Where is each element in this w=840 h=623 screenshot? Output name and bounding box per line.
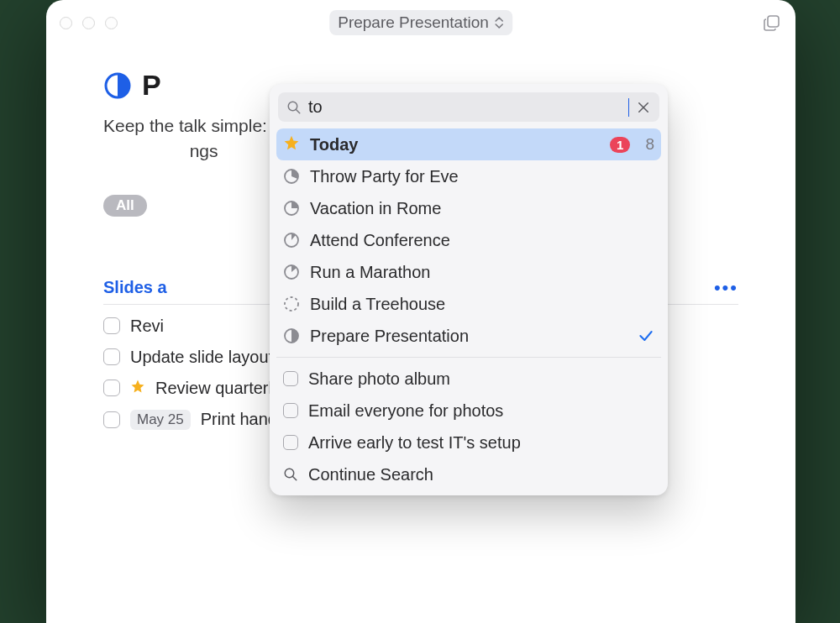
search-icon: [283, 467, 298, 482]
project-half-icon: [283, 327, 300, 344]
section-more-button[interactable]: •••: [714, 277, 738, 299]
app-window: Prepare Presentation P Keep the talk sim…: [46, 0, 795, 623]
project-pie-icon: [283, 264, 300, 280]
panel-item-label: Arrive early to test IT's setup: [308, 433, 521, 453]
panel-item[interactable]: Email everyone for photos: [276, 395, 661, 427]
panel-divider: [276, 357, 661, 358]
project-icon: [103, 71, 132, 100]
panel-item[interactable]: Prepare Presentation: [276, 320, 661, 352]
panel-item[interactable]: Arrive early to test IT's setup: [276, 427, 661, 458]
todo-icon: [283, 371, 298, 386]
panel-count: 8: [645, 135, 654, 154]
panel-item-label: Continue Search: [308, 465, 433, 484]
project-pie-icon: [283, 168, 300, 185]
todo-icon: [283, 403, 298, 418]
project-pie-icon: [283, 200, 300, 217]
svg-rect-0: [768, 16, 779, 27]
panel-item[interactable]: Attend Conference: [276, 224, 661, 256]
todo-icon: [283, 435, 298, 450]
panel-item-label: Prepare Presentation: [310, 327, 469, 346]
text-caret: [628, 98, 630, 117]
project-pie-icon: [283, 232, 300, 249]
window-title-selector[interactable]: Prepare Presentation: [329, 10, 512, 35]
close-window-icon[interactable]: [60, 17, 72, 29]
task-date-chip: May 25: [130, 410, 191, 430]
task-checkbox[interactable]: [103, 348, 120, 365]
task-checkbox[interactable]: [103, 317, 120, 334]
panel-item-label: Attend Conference: [310, 231, 450, 250]
multi-window-icon[interactable]: [764, 15, 780, 32]
panel-item-label: Run a Marathon: [310, 263, 430, 282]
minimize-window-icon[interactable]: [82, 17, 95, 29]
zoom-window-icon[interactable]: [105, 17, 118, 29]
panel-item[interactable]: Share photo album: [276, 363, 661, 395]
page-title: P: [142, 69, 161, 102]
task-label: Revi: [130, 317, 164, 336]
svg-line-4: [296, 109, 300, 113]
task-checkbox[interactable]: [103, 380, 120, 396]
check-icon: [638, 327, 654, 344]
project-dashed-icon: [283, 296, 300, 312]
chevron-up-down-icon: [494, 16, 504, 29]
search-input[interactable]: [308, 97, 627, 117]
clear-search-icon[interactable]: [636, 100, 651, 115]
task-label: Update slide layouts: [130, 348, 281, 367]
panel-item[interactable]: Build a Treehouse: [276, 288, 661, 320]
panel-item-today[interactable]: Today 1 8: [276, 128, 661, 160]
panel-item-label: Throw Party for Eve: [310, 167, 459, 186]
traffic-lights: [60, 17, 118, 29]
panel-item-label: Build a Treehouse: [310, 295, 445, 314]
svg-point-11: [285, 297, 298, 311]
panel-item-label: Email everyone for photos: [308, 401, 503, 421]
panel-badge: 1: [610, 137, 630, 153]
filter-all-chip[interactable]: All: [103, 195, 147, 217]
panel-item[interactable]: Run a Marathon: [276, 256, 661, 288]
section-title[interactable]: Slides a: [103, 278, 167, 297]
search-icon: [286, 100, 302, 115]
window-title-text: Prepare Presentation: [338, 13, 489, 32]
page-description-suffix: ngs: [190, 141, 218, 160]
star-icon: [283, 134, 300, 155]
quick-find-panel: Today 1 8 Throw Party for Eve Vacation i…: [270, 84, 668, 495]
panel-list-top: Today 1 8 Throw Party for Eve Vacation i…: [270, 128, 668, 352]
panel-item-continue-search[interactable]: Continue Search: [276, 458, 661, 490]
panel-item[interactable]: Throw Party for Eve: [276, 160, 661, 192]
titlebar: Prepare Presentation: [46, 0, 795, 45]
star-icon: [130, 379, 145, 398]
panel-item-label: Share photo album: [308, 369, 450, 389]
svg-line-14: [292, 476, 297, 480]
task-checkbox[interactable]: [103, 411, 120, 428]
panel-item-label: Today: [310, 135, 358, 154]
panel-item-label: Vacation in Rome: [310, 199, 441, 218]
panel-list-bottom: Share photo album Email everyone for pho…: [270, 363, 668, 490]
search-field-wrapper[interactable]: [278, 92, 659, 122]
panel-item[interactable]: Vacation in Rome: [276, 192, 661, 224]
